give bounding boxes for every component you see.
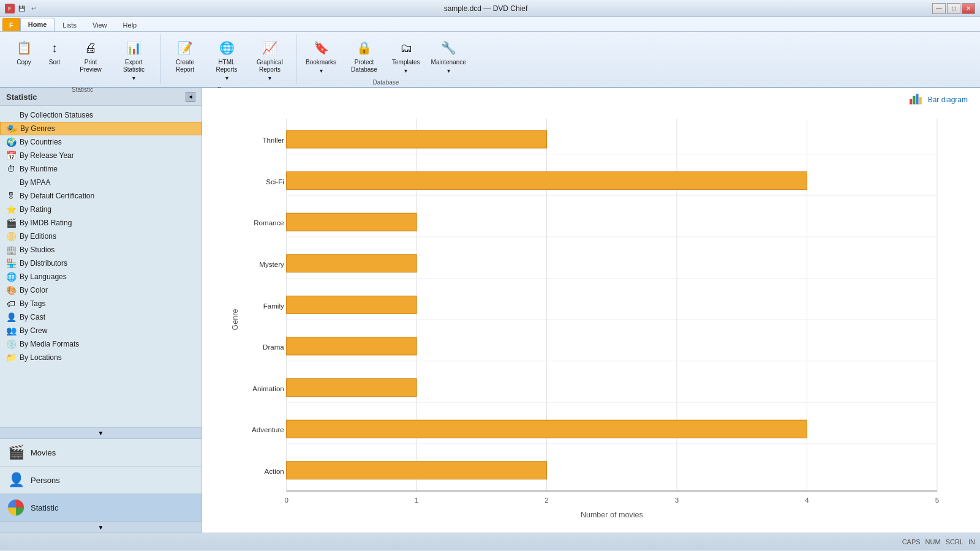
color-icon: 🎨 bbox=[6, 285, 16, 295]
qa-save-btn[interactable]: 💾 bbox=[16, 4, 27, 13]
close-button[interactable]: ✕ bbox=[962, 3, 975, 14]
print-preview-button[interactable]: 🖨 Print Preview bbox=[71, 36, 110, 76]
caps-indicator: CAPS bbox=[902, 538, 921, 545]
sidebar-item-label: By Default Certification bbox=[20, 192, 94, 200]
svg-text:Romance: Romance bbox=[254, 219, 284, 227]
sidebar-item-runtime[interactable]: ⏱ By Runtime bbox=[0, 162, 202, 176]
export-statistic-button[interactable]: 📊 Export Statistic ▾ bbox=[113, 36, 155, 84]
create-report-button[interactable]: 📝 Create Report bbox=[165, 36, 205, 76]
app-icon: F bbox=[5, 4, 15, 13]
sidebar-nav-statistic[interactable]: Statistic bbox=[0, 494, 202, 522]
minimize-button[interactable]: — bbox=[932, 3, 946, 14]
movies-nav-icon: 🎬 bbox=[7, 444, 24, 461]
status-indicators: CAPS NUM SCRL IN bbox=[902, 538, 975, 545]
ribbon-tabs: F Home Lists View Help bbox=[0, 17, 980, 32]
graphical-reports-button[interactable]: 📈 Graphical Reports ▾ bbox=[249, 36, 291, 84]
crew-icon: 👥 bbox=[6, 326, 16, 335]
sidebar-item-studios[interactable]: 🏢 By Studios bbox=[0, 243, 202, 257]
qa-undo-btn[interactable]: ↩ bbox=[28, 4, 39, 13]
templates-icon: 🗂 bbox=[396, 38, 416, 58]
collection-statuses-icon bbox=[6, 110, 16, 120]
templates-button[interactable]: 🗂 Templates ▾ bbox=[388, 36, 424, 77]
sidebar-nav-movies[interactable]: 🎬 Movies bbox=[0, 439, 202, 467]
tab-help[interactable]: Help bbox=[115, 18, 145, 31]
print-preview-icon: 🖨 bbox=[81, 38, 100, 58]
sidebar-item-label: By Countries bbox=[20, 138, 62, 146]
sidebar-item-media-formats[interactable]: 💿 By Media Formats bbox=[0, 337, 202, 351]
sidebar-nav-persons[interactable]: 👤 Persons bbox=[0, 467, 202, 494]
persons-nav-icon: 👤 bbox=[7, 471, 24, 489]
sidebar-item-label: By Tags bbox=[20, 299, 45, 308]
sidebar-item-crew[interactable]: 👥 By Crew bbox=[0, 324, 202, 337]
tab-view[interactable]: View bbox=[85, 18, 115, 31]
sidebar-item-countries[interactable]: 🌍 By Countries bbox=[0, 135, 202, 149]
svg-rect-2 bbox=[913, 96, 915, 105]
sidebar-item-editions[interactable]: 📀 By Editions bbox=[0, 230, 202, 243]
sidebar-item-rating[interactable]: ⭐ By Rating bbox=[0, 203, 202, 216]
tab-lists[interactable]: Lists bbox=[55, 18, 85, 31]
bar-family bbox=[287, 296, 417, 313]
persons-nav-label: Persons bbox=[31, 476, 60, 485]
svg-text:Family: Family bbox=[263, 302, 284, 310]
sidebar-item-label: By Locations bbox=[20, 353, 62, 362]
sidebar-item-label: By Languages bbox=[20, 272, 67, 281]
svg-rect-3 bbox=[916, 94, 918, 104]
bar-diagram-link[interactable]: Bar diagram bbox=[928, 96, 968, 104]
bar-romance bbox=[287, 213, 417, 231]
sidebar-item-distributors[interactable]: 🏪 By Distributors bbox=[0, 257, 202, 270]
maximize-button[interactable]: □ bbox=[947, 3, 960, 14]
sort-button[interactable]: ↕ Sort bbox=[40, 36, 69, 69]
svg-text:Action: Action bbox=[265, 468, 284, 475]
ribbon-group-statistic: 📋 Copy ↕ Sort 🖨 Print Preview 📊 Export S… bbox=[5, 34, 160, 84]
statistic-nav-label: Statistic bbox=[31, 503, 59, 512]
svg-text:Adventure: Adventure bbox=[252, 426, 284, 433]
sidebar-scroll-down-button[interactable]: ▼ bbox=[0, 427, 202, 438]
sidebar-item-mpaa[interactable]: By MPAA bbox=[0, 176, 202, 189]
sidebar-item-cast[interactable]: 👤 By Cast bbox=[0, 310, 202, 324]
mpaa-icon bbox=[6, 178, 16, 187]
countries-icon: 🌍 bbox=[6, 137, 16, 147]
status-bar: CAPS NUM SCRL IN bbox=[0, 533, 980, 550]
runtime-icon: ⏱ bbox=[6, 164, 16, 174]
bookmarks-button[interactable]: 🔖 Bookmarks ▾ bbox=[301, 36, 341, 77]
sidebar-item-languages[interactable]: 🌐 By Languages bbox=[0, 270, 202, 283]
sidebar-item-color[interactable]: 🎨 By Color bbox=[0, 283, 202, 297]
sidebar-bottom-scroll-button[interactable]: ▼ bbox=[0, 522, 202, 533]
window-title: sample.dcd — DVD Chief bbox=[39, 4, 932, 13]
bar-scifi bbox=[287, 172, 807, 190]
sidebar-header: Statistic ◄ bbox=[0, 88, 202, 106]
sidebar-item-label: By Editions bbox=[20, 232, 56, 241]
sidebar-item-locations[interactable]: 📁 By Locations bbox=[0, 351, 202, 364]
sidebar-item-genres[interactable]: 🎭 By Genres bbox=[0, 122, 202, 135]
svg-text:0: 0 bbox=[284, 497, 288, 504]
maintenance-dropdown-arrow: ▾ bbox=[447, 67, 450, 74]
movies-nav-label: Movies bbox=[31, 448, 56, 457]
sidebar-nav: 🎬 Movies 👤 Persons Statistic bbox=[0, 438, 202, 522]
tab-file[interactable]: F bbox=[2, 18, 20, 31]
bar-adventure bbox=[287, 420, 807, 438]
svg-text:Mystery: Mystery bbox=[259, 261, 284, 268]
svg-rect-1 bbox=[910, 99, 912, 105]
sidebar: Statistic ◄ By Collection Statuses 🎭 By … bbox=[0, 88, 202, 533]
locations-icon: 📁 bbox=[6, 353, 16, 362]
sidebar-item-default-cert[interactable]: 🎖 By Default Certification bbox=[0, 189, 202, 203]
sidebar-item-release-year[interactable]: 📅 By Release Year bbox=[0, 149, 202, 162]
sidebar-item-label: By Rating bbox=[20, 205, 51, 214]
bookmarks-dropdown-arrow: ▾ bbox=[320, 67, 323, 74]
tags-icon: 🏷 bbox=[6, 299, 16, 309]
tab-home[interactable]: Home bbox=[20, 18, 55, 31]
bar-action bbox=[287, 462, 547, 479]
maintenance-button[interactable]: 🔧 Maintenance ▾ bbox=[427, 36, 470, 77]
copy-button[interactable]: 📋 Copy bbox=[10, 36, 38, 69]
sidebar-item-imdb-rating[interactable]: 🎬 By IMDB Rating bbox=[0, 216, 202, 230]
sidebar-item-collection-statuses[interactable]: By Collection Statuses bbox=[0, 108, 202, 122]
copy-icon: 📋 bbox=[14, 38, 34, 58]
graphical-reports-dropdown-arrow: ▾ bbox=[268, 75, 271, 81]
html-reports-dropdown-arrow: ▾ bbox=[225, 75, 228, 81]
sidebar-item-tags[interactable]: 🏷 By Tags bbox=[0, 297, 202, 310]
sidebar-item-label: By Collection Statuses bbox=[20, 111, 93, 119]
sidebar-collapse-button[interactable]: ◄ bbox=[186, 92, 195, 102]
protect-database-button[interactable]: 🔒 Protect Database bbox=[343, 36, 385, 76]
svg-text:Thriller: Thriller bbox=[262, 137, 284, 144]
html-reports-button[interactable]: 🌐 HTML Reports ▾ bbox=[207, 36, 246, 84]
